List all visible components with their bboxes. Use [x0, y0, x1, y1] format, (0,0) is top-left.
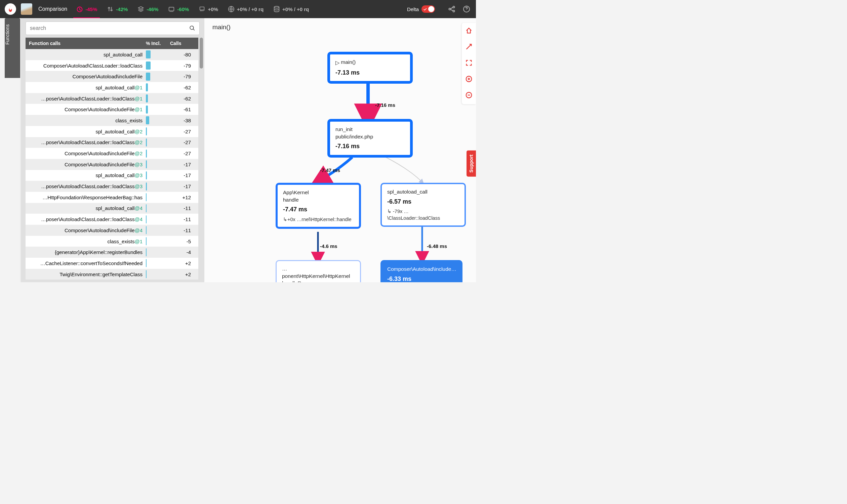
home-button[interactable]: [465, 27, 473, 36]
fn-calls: +2: [170, 260, 198, 266]
fn-calls: -27: [170, 129, 198, 134]
fn-bar: [146, 248, 170, 256]
callgraph[interactable]: main() -7.16 ms: [204, 18, 476, 282]
avatar[interactable]: [21, 3, 32, 15]
table-row[interactable]: Twig\Environment::getTemplateClass+2: [25, 269, 198, 280]
svg-rect-2: [200, 7, 204, 10]
fn-bar: [146, 83, 170, 91]
check-icon: [423, 7, 427, 12]
fn-name: Twig\Environment::getTemplateClass: [25, 271, 146, 277]
metric-io[interactable]: -42%: [107, 5, 128, 13]
metric-http[interactable]: +0% / +0 rq: [228, 5, 264, 13]
node-ms: -6.57 ms: [387, 198, 459, 206]
fn-bar: [146, 73, 170, 80]
fn-name: Composer\Autoload\includeFile: [25, 74, 146, 79]
app-logo[interactable]: [5, 3, 16, 15]
node-title: Composer\Autoload\include…: [387, 266, 456, 273]
hdr-function[interactable]: Function calls: [25, 41, 146, 46]
table-row[interactable]: class_exists@1-5: [25, 236, 198, 247]
fn-calls: -61: [170, 107, 198, 112]
zoom-in-button[interactable]: [465, 75, 473, 84]
expand-button[interactable]: [465, 43, 473, 52]
table-row[interactable]: spl_autoload_call@4-11: [25, 203, 198, 214]
breadcrumb[interactable]: main(): [212, 23, 231, 31]
delta-toggle[interactable]: Delta: [407, 5, 435, 13]
metric-network-value: +0%: [208, 6, 218, 12]
support-tab[interactable]: Support: [466, 150, 476, 177]
fn-name: …CacheListener::convertToSecondsIfNeeded: [25, 260, 146, 266]
fn-name: …HttpFoundation\ResponseHeaderBag::has: [25, 195, 146, 200]
memory-icon: [168, 5, 175, 13]
expand-icon: [465, 43, 473, 50]
plus-circle-icon: [465, 75, 473, 83]
node-handle-raw[interactable]: …ponent\HttpKernel\HttpKernel handleRaw …: [276, 260, 361, 282]
node-include[interactable]: Composer\Autoload\include… -6.33 ms: [381, 260, 462, 282]
fn-calls: +2: [170, 271, 198, 277]
table-row[interactable]: …HttpFoundation\ResponseHeaderBag::has+1…: [25, 192, 198, 203]
fn-calls: -11: [170, 216, 198, 222]
table-row[interactable]: spl_autoload_call@1-62: [25, 82, 198, 93]
metric-sql-value: +0% / +0 rq: [282, 6, 309, 12]
table-row[interactable]: Composer\Autoload\includeFile@1-61: [25, 104, 198, 115]
fn-name: Composer\Autoload\includeFile@1: [25, 107, 146, 112]
metric-cpu-value: -46%: [146, 6, 158, 12]
fn-calls: -38: [170, 118, 198, 123]
node-child: ↳ -79x …\ClassLoader::loadClass: [387, 208, 459, 222]
zoom-out-button[interactable]: [465, 91, 473, 100]
minus-circle-icon: [465, 91, 473, 99]
metric-cpu[interactable]: -46%: [137, 5, 158, 13]
node-kernel[interactable]: App\Kernel handle -7.47 ms ↳+0x …rnel\Ht…: [276, 183, 361, 229]
table-row[interactable]: spl_autoload_call@2-27: [25, 126, 198, 137]
toggle-switch[interactable]: [422, 5, 435, 13]
fn-calls: -27: [170, 150, 198, 156]
fn-calls: -27: [170, 140, 198, 145]
table-row[interactable]: …poser\Autoload\ClassLoader::loadClass@4…: [25, 214, 198, 225]
node-spl[interactable]: spl_autoload_call -6.57 ms ↳ -79x …\Clas…: [381, 183, 466, 227]
search-input[interactable]: [30, 25, 189, 31]
fn-calls: -79: [170, 74, 198, 79]
fn-calls: -17: [170, 162, 198, 167]
node-title: …ponent\HttpKernel\HttpKernel: [282, 265, 355, 280]
node-run-init[interactable]: run_init public/index.php -7.16 ms: [328, 119, 413, 158]
table-row[interactable]: …poser\Autoload\ClassLoader::loadClass@3…: [25, 181, 198, 192]
fn-bar: [146, 139, 170, 146]
fullscreen-button[interactable]: [465, 59, 473, 68]
node-main[interactable]: ▷ main() -7.13 ms: [328, 52, 413, 84]
metric-sql[interactable]: +0% / +0 rq: [273, 5, 309, 13]
table-row[interactable]: …CacheListener::convertToSecondsIfNeeded…: [25, 258, 198, 269]
table-row[interactable]: …poser\Autoload\ClassLoader::loadClass@2…: [25, 137, 198, 148]
fn-name: …poser\Autoload\ClassLoader::loadClass@3: [25, 183, 146, 189]
node-title: main(): [341, 59, 356, 65]
metric-time-value: -45%: [85, 6, 97, 12]
table-row[interactable]: class_exists-38: [25, 115, 198, 126]
search-box[interactable]: [25, 21, 200, 35]
hdr-incl[interactable]: % Incl.: [146, 41, 170, 46]
table-row[interactable]: {generator}App\Kernel::registerBundles-4: [25, 247, 198, 258]
table-row[interactable]: Composer\Autoload\includeFile@4-11: [25, 225, 198, 236]
table-row[interactable]: Composer\Autoload\includeFile-79: [25, 71, 198, 82]
functions-panel: Function calls % Incl. Calls spl_autoloa…: [21, 18, 204, 282]
fn-name: spl_autoload_call@3: [25, 173, 146, 178]
fn-bar: [146, 215, 170, 223]
functions-tab[interactable]: Functions: [5, 18, 20, 78]
table-row[interactable]: …poser\Autoload\ClassLoader::loadClass@1…: [25, 93, 198, 104]
node-ms: -6.33 ms: [387, 275, 456, 282]
help-button[interactable]: [462, 5, 471, 13]
share-button[interactable]: [447, 5, 456, 13]
table-row[interactable]: Composer\Autoload\includeFile@2-27: [25, 148, 198, 159]
metric-time[interactable]: -45%: [76, 5, 97, 13]
globe-icon: [228, 5, 235, 13]
scrollbar[interactable]: [200, 38, 203, 282]
table-row[interactable]: Composer\Autoload\ClassLoader::loadClass…: [25, 60, 198, 71]
metric-network[interactable]: +0%: [198, 5, 218, 13]
edge-label: -4.6 ms: [320, 243, 337, 249]
updown-icon: [107, 5, 114, 13]
fn-calls: -11: [170, 228, 198, 233]
metric-memory[interactable]: -60%: [168, 5, 189, 13]
fn-name: Composer\Autoload\includeFile@3: [25, 162, 146, 167]
metric-http-value: +0% / +0 rq: [237, 6, 264, 12]
table-row[interactable]: spl_autoload_call@3-17: [25, 170, 198, 181]
table-row[interactable]: Composer\Autoload\includeFile@3-17: [25, 159, 198, 170]
hdr-calls[interactable]: Calls: [170, 41, 198, 46]
table-row[interactable]: spl_autoload_call-80: [25, 49, 198, 60]
